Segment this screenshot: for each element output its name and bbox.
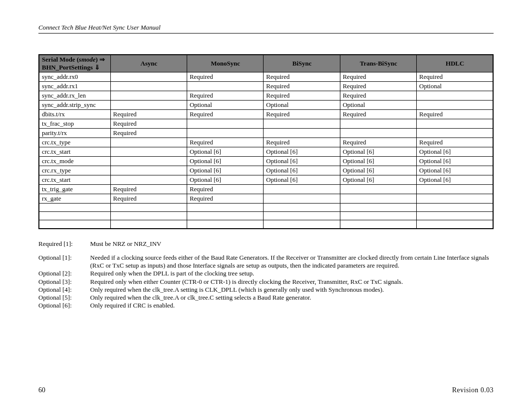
th-hdlc: HDLC [417,55,493,72]
note-label: Optional [6]: [38,302,90,309]
table-row: tx_frac_stopRequired [39,119,493,129]
note-text: Required only when either Counter (CTR-0… [90,278,494,286]
cell [110,204,187,212]
table-row: crc.tx_startOptional [6]Optional [6]Opti… [39,147,493,157]
row-name: crc.tx_start [39,175,110,185]
row-name: tx_frac_stop [39,119,110,129]
cell [110,147,187,157]
th-async: Async [110,55,187,72]
page: Connect Tech Blue Heat/Net Sync User Man… [0,0,532,411]
row-name: crc.rx_type [39,166,110,175]
cell: Required [110,194,187,204]
cell: Optional [6] [417,157,493,166]
table-row: sync_addr.rx0RequiredRequiredRequiredReq… [39,72,493,82]
cell [340,185,416,194]
cell [264,194,340,204]
table-header-row: Serial Mode (smode) ⇒ BHN_PortSettings ⇓… [39,55,493,72]
cell [110,91,187,101]
cell [340,119,416,129]
revision: Revision 0.03 [452,386,494,394]
table-row: crc.tx_startOptional [6]Optional [6]Opti… [39,175,493,185]
note-label: Optional [1]: [38,254,90,270]
table-row: rx_gateRequiredRequired [39,194,493,204]
table-row: crc.tx_typeRequiredRequiredRequiredRequi… [39,138,493,147]
cell [417,91,493,101]
cell: Optional [6] [340,147,416,157]
row-name: parity.t/rx [39,129,110,138]
cell: Optional [6] [187,166,263,175]
cell: Optional [264,101,340,110]
cell: Optional [6] [417,147,493,157]
cell [110,166,187,175]
note-row: Optional [3]:Required only when either C… [38,278,494,286]
cell [417,212,493,220]
cell [264,220,340,229]
table-row: sync_addr.rx_lenRequiredRequiredRequired [39,91,493,101]
note-text: Only required if CRC is enabled. [90,302,494,309]
cell: Required [340,91,416,101]
cell: Required [417,110,493,119]
row-name: tx_trig_gate [39,185,110,194]
row-name: crc.tx_type [39,138,110,147]
cell: Required [110,110,187,119]
cell: Required [187,110,263,119]
notes-section: Required [1]:Must be NRZ or NRZ_INVOptio… [38,240,494,310]
cell: Required [340,110,416,119]
cell [340,194,416,204]
cell: Required [340,138,416,147]
cell [264,119,340,129]
table-row [39,220,493,229]
row-name: crc.tx_mode [39,157,110,166]
cell [187,82,263,91]
cell: Required [417,138,493,147]
cell: Required [417,72,493,82]
cell: Optional [6] [417,166,493,175]
cell [417,204,493,212]
table-row: crc.rx_typeOptional [6]Optional [6]Optio… [39,166,493,175]
note-text: Must be NRZ or NRZ_INV [90,240,494,248]
cell: Optional [6] [264,147,340,157]
cell [417,119,493,129]
row-name [39,204,110,212]
cell [110,82,187,91]
table-row: dbits.t/rxRequiredRequiredRequiredRequir… [39,110,493,119]
note-label: Optional [5]: [38,294,90,302]
cell [340,212,416,220]
table-row: sync_addr.strip_syncOptionalOptionalOpti… [39,101,493,110]
cell: Required [264,91,340,101]
row-name: sync_addr.rx1 [39,82,110,91]
table-row: parity.t/rxRequired [39,129,493,138]
cell [417,194,493,204]
page-footer: 60 Revision 0.03 [38,386,494,394]
note-row: Required [1]:Must be NRZ or NRZ_INV [38,240,494,248]
table-row: tx_trig_gateRequiredRequired [39,185,493,194]
cell [417,101,493,110]
th-trans-bisync: Trans-BiSync [340,55,416,72]
cell: Required [264,110,340,119]
note-label: Required [1]: [38,240,90,248]
th-monosync: MonoSync [187,55,263,72]
table-row [39,204,493,212]
cell [187,212,263,220]
cell: Required [187,185,263,194]
cell [110,157,187,166]
cell: Required [110,129,187,138]
note-row: Optional [4]:Only required when the clk_… [38,286,494,294]
cell [110,72,187,82]
note-text: Only required when the clk_tree.A or clk… [90,294,494,302]
cell: Optional [6] [340,175,416,185]
cell: Optional [6] [264,175,340,185]
cell: Required [110,185,187,194]
cell: Optional [6] [187,157,263,166]
row-name: sync_addr.rx_len [39,91,110,101]
cell [110,101,187,110]
cell [340,204,416,212]
row-name: crc.tx_start [39,147,110,157]
cell [417,220,493,229]
cell [187,119,263,129]
cell: Required [340,72,416,82]
note-label: Optional [3]: [38,278,90,286]
cell [264,185,340,194]
cell: Required [187,194,263,204]
cell: Optional [6] [187,147,263,157]
